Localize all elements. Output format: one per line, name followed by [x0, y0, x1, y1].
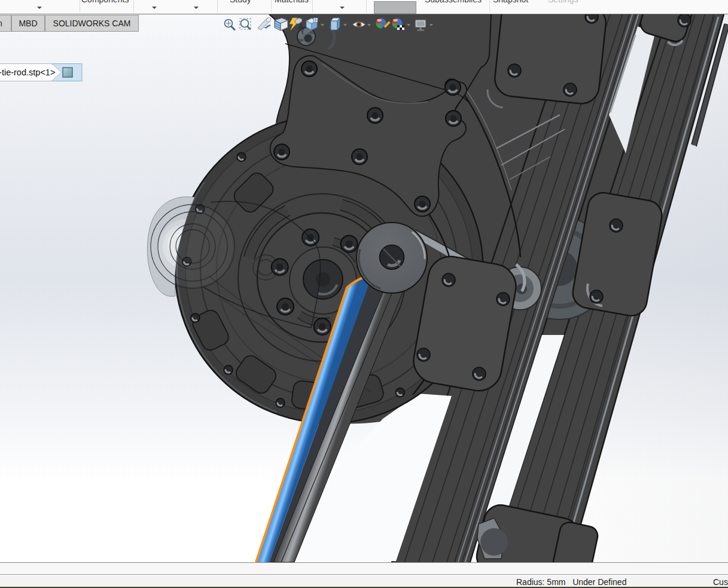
- svg-text:e-tie-rod.stp<1>: e-tie-rod.stp<1>: [0, 68, 55, 77]
